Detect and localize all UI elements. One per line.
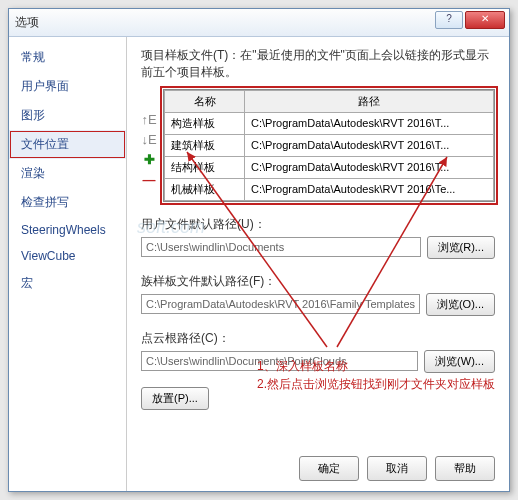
cancel-button[interactable]: 取消 [367,456,427,481]
window-controls: ? ✕ [435,11,505,29]
close-icon[interactable]: ✕ [465,11,505,29]
move-down-icon[interactable]: ↓E [141,133,157,149]
cell-name[interactable]: 机械样板 [165,178,245,200]
annotation-text: 1、深入样板名称 2.然后点击浏览按钮找到刚才文件夹对应样板 [257,357,495,393]
help-button[interactable]: 帮助 [435,456,495,481]
remove-icon[interactable]: — [141,173,157,189]
cell-path[interactable]: C:\ProgramData\Autodesk\RVT 2016\T... [245,134,494,156]
sidebar-item-spellcheck[interactable]: 检查拼写 [9,188,126,217]
table-tools: ↑E ↓E ✚ — [141,89,159,202]
table-row[interactable]: 机械样板 C:\ProgramData\Autodesk\RVT 2016\Te… [165,178,494,200]
help-icon[interactable]: ? [435,11,463,29]
add-icon[interactable]: ✚ [141,153,157,169]
sidebar-item-steeringwheels[interactable]: SteeringWheels [9,217,126,243]
user-path-input[interactable] [141,237,421,257]
template-path-input[interactable] [141,294,420,314]
description-text: 项目样板文件(T)：在"最近使用的文件"页面上会以链接的形式显示前五个项目样板。 [141,47,495,81]
cell-path[interactable]: C:\ProgramData\Autodesk\RVT 2016\T... [245,112,494,134]
sidebar-item-macro[interactable]: 宏 [9,269,126,298]
sidebar-item-render[interactable]: 渲染 [9,159,126,188]
browse-template-button[interactable]: 浏览(O)... [426,293,495,316]
sidebar-item-general[interactable]: 常规 [9,43,126,72]
options-dialog: 选项 ? ✕ 常规 用户界面 图形 文件位置 渲染 检查拼写 SteeringW… [8,8,510,492]
dialog-footer: 确定 取消 帮助 [299,456,495,481]
template-table-area: ↑E ↓E ✚ — 名称 路径 [141,89,495,202]
placement-button[interactable]: 放置(P)... [141,387,209,410]
sidebar-item-ui[interactable]: 用户界面 [9,72,126,101]
template-path-label: 族样板文件默认路径(F)： [141,273,495,290]
dialog-title: 选项 [15,14,39,31]
titlebar: 选项 ? ✕ [9,9,509,37]
user-path-group: 用户文件默认路径(U)： 浏览(R)... [141,216,495,259]
ok-button[interactable]: 确定 [299,456,359,481]
main-panel: 项目样板文件(T)：在"最近使用的文件"页面上会以链接的形式显示前五个项目样板。… [127,37,509,491]
pointcloud-path-label: 点云根路径(C)： [141,330,495,347]
cell-name[interactable]: 建筑样板 [165,134,245,156]
dialog-body: 常规 用户界面 图形 文件位置 渲染 检查拼写 SteeringWheels V… [9,37,509,491]
table-header-row: 名称 路径 [165,90,494,112]
cell-path[interactable]: C:\ProgramData\Autodesk\RVT 2016\Te... [245,178,494,200]
sidebar-item-viewcube[interactable]: ViewCube [9,243,126,269]
browse-user-button[interactable]: 浏览(R)... [427,236,495,259]
table-row[interactable]: 建筑样板 C:\ProgramData\Autodesk\RVT 2016\T.… [165,134,494,156]
annotation-line2: 2.然后点击浏览按钮找到刚才文件夹对应样板 [257,375,495,393]
header-path: 路径 [245,90,494,112]
table-row[interactable]: 构造样板 C:\ProgramData\Autodesk\RVT 2016\T.… [165,112,494,134]
sidebar: 常规 用户界面 图形 文件位置 渲染 检查拼写 SteeringWheels V… [9,37,127,491]
table-row[interactable]: 结构样板 C:\ProgramData\Autodesk\RVT 2016\T.… [165,156,494,178]
cell-name[interactable]: 结构样板 [165,156,245,178]
move-up-icon[interactable]: ↑E [141,113,157,129]
sidebar-item-file-locations[interactable]: 文件位置 [9,130,126,159]
user-path-label: 用户文件默认路径(U)： [141,216,495,233]
cell-name[interactable]: 构造样板 [165,112,245,134]
cell-path[interactable]: C:\ProgramData\Autodesk\RVT 2016\T... [245,156,494,178]
header-name: 名称 [165,90,245,112]
annotation-line1: 1、深入样板名称 [257,357,495,375]
template-table: 名称 路径 构造样板 C:\ProgramData\Autodesk\RVT 2… [163,89,495,202]
template-path-group: 族样板文件默认路径(F)： 浏览(O)... [141,273,495,316]
sidebar-item-graphics[interactable]: 图形 [9,101,126,130]
